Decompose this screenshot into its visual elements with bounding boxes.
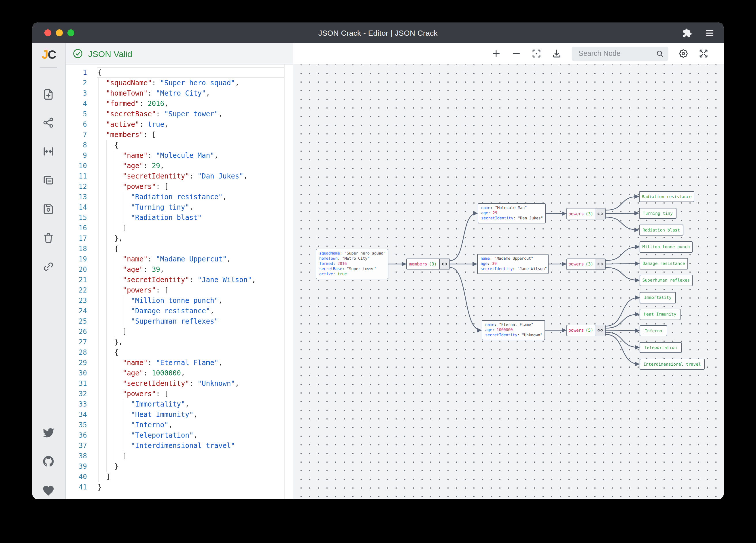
twitter-icon[interactable] [42, 426, 55, 439]
code-line[interactable]: "name": "Madame Uppercut", [66, 254, 285, 264]
github-icon[interactable] [42, 455, 55, 468]
code-line[interactable]: { [66, 347, 285, 357]
extension-icon[interactable] [682, 28, 692, 38]
expand-link-icon[interactable] [597, 327, 603, 333]
code-line[interactable]: { [66, 244, 285, 254]
code-line[interactable]: "powers": [ [66, 389, 285, 399]
delete-icon[interactable] [42, 232, 55, 244]
code-line[interactable]: "Inferno", [66, 420, 285, 430]
fullscreen-icon[interactable] [698, 48, 709, 59]
graph-node-l1b[interactable]: Turning tiny [639, 208, 676, 219]
code-line[interactable]: "age": 39, [66, 264, 285, 275]
expand-link-icon[interactable] [597, 211, 603, 217]
graph-node-l3d[interactable]: Teleportation [640, 342, 682, 353]
editor-scrollbar[interactable] [284, 65, 293, 499]
code-line[interactable]: "formed": 2016, [66, 99, 285, 109]
graph-node-p1[interactable]: powers(3) [566, 208, 606, 220]
code-line[interactable]: "name": "Molecule Man", [66, 150, 285, 161]
code-line[interactable]: }, [66, 233, 285, 244]
download-icon[interactable] [551, 48, 562, 59]
graph-node-p3[interactable]: powers(5) [566, 324, 606, 336]
graph-node-l3a[interactable]: Immortality [640, 292, 676, 303]
code-line[interactable]: "Heat Immunity", [66, 409, 285, 420]
code-line[interactable]: } [66, 461, 285, 472]
code-lines[interactable]: { "squadName": "Super hero squad", "home… [66, 67, 285, 492]
graph-node-l3c[interactable]: Inferno [640, 325, 667, 336]
menu-icon[interactable] [705, 28, 715, 38]
code-line[interactable]: "Million tonne punch", [66, 295, 285, 306]
code-line[interactable]: "secretIdentity": "Jane Wilson", [66, 275, 285, 285]
expand-link-icon[interactable] [441, 261, 448, 267]
zoom-in-icon[interactable] [491, 48, 501, 59]
search-input[interactable] [577, 49, 652, 58]
code-line[interactable]: ] [66, 451, 285, 461]
code-line[interactable]: ] [66, 472, 285, 482]
graph-node-l2a[interactable]: Million tonne punch [640, 241, 693, 253]
graph-node-m1[interactable]: name: "Molecule Man"age: 29secretIdentit… [478, 203, 546, 224]
graph-node-l1a[interactable]: Radiation resistance [639, 191, 694, 202]
code-line[interactable]: "name": "Eternal Flame", [66, 357, 285, 368]
code-line[interactable]: "secretIdentity": "Unknown", [66, 378, 285, 389]
graph-canvas[interactable]: squadName: "Super hero squad"homeTown: "… [293, 65, 724, 499]
node-link-toggle[interactable] [439, 259, 449, 269]
sponsor-heart-icon[interactable] [42, 484, 55, 497]
search-node-box[interactable] [572, 46, 668, 61]
graph-node-l3b[interactable]: Heat Immunity [640, 308, 681, 320]
json-editor[interactable]: 1234567891011121314151617181920212223242… [66, 65, 293, 499]
code-line[interactable]: } [66, 482, 285, 492]
graph-node-l2c[interactable]: Superhuman reflexes [640, 275, 693, 286]
code-line[interactable]: "active": true, [66, 119, 285, 130]
link-icon[interactable] [42, 260, 55, 273]
expand-link-icon[interactable] [597, 261, 603, 267]
code-line[interactable]: "Radiation resistance", [66, 192, 285, 202]
code-line[interactable]: "Immortality", [66, 399, 285, 409]
node-link-toggle[interactable] [595, 325, 605, 335]
zoom-out-icon[interactable] [511, 48, 521, 59]
code-line[interactable]: "powers": [ [66, 285, 285, 295]
graph-node-l2b[interactable]: Damage resistance [640, 258, 688, 269]
code-line[interactable]: ] [66, 326, 285, 337]
code-line[interactable]: "Teleportation", [66, 430, 285, 440]
graph-node-p2[interactable]: powers(3) [566, 258, 606, 270]
code-line[interactable]: "age": 1000000, [66, 368, 285, 378]
code-line[interactable]: "Radiation blast" [66, 213, 285, 223]
code-line[interactable]: "Turning tiny", [66, 202, 285, 213]
code-line[interactable]: "Interdimensional travel" [66, 440, 285, 451]
code-line[interactable]: "Damage resistance", [66, 306, 285, 316]
window-title: JSON Crack - Editor | JSON Crack [318, 29, 438, 37]
copy-icon[interactable] [42, 174, 55, 187]
new-document-icon[interactable] [42, 88, 55, 101]
minimize-button[interactable] [56, 29, 63, 36]
code-line[interactable]: { [66, 67, 285, 78]
code-line[interactable]: }, [66, 337, 285, 347]
code-line[interactable]: "Superhuman reflexes" [66, 316, 285, 326]
code-line[interactable]: "secretBase": "Super tower", [66, 109, 285, 119]
code-line[interactable]: "secretIdentity": "Dan Jukes", [66, 171, 285, 181]
zoom-button[interactable] [67, 29, 74, 36]
code-line[interactable]: "powers": [ [66, 181, 285, 192]
code-line[interactable]: "homeTown": "Metro City", [66, 88, 285, 99]
node-link-toggle[interactable] [595, 259, 605, 269]
code-line[interactable]: ] [66, 223, 285, 233]
code-line[interactable]: "age": 29, [66, 161, 285, 171]
graph-node-l1c[interactable]: Radiation blast [639, 224, 683, 236]
code-line[interactable]: "members": [ [66, 130, 285, 140]
close-button[interactable] [44, 29, 51, 36]
graph-node-m3[interactable]: name: "Eternal Flame"age: 1000000secretI… [482, 320, 545, 340]
graph-node-m2[interactable]: name: "Madame Uppercut"age: 39secretIden… [477, 254, 549, 274]
code-line[interactable]: "squadName": "Super hero squad", [66, 78, 285, 88]
graph-node-l3e[interactable]: Interdimensional travel [640, 358, 705, 370]
focus-icon[interactable] [531, 48, 542, 59]
node-link-toggle[interactable] [595, 209, 605, 219]
code-line[interactable]: { [66, 140, 285, 150]
graph-node-root[interactable]: squadName: "Super hero squad"homeTown: "… [316, 249, 388, 279]
search-icon[interactable] [656, 50, 664, 58]
graph-edge [606, 298, 639, 326]
graph-node-members[interactable]: members(3) [406, 259, 450, 270]
share-graph-icon[interactable] [42, 116, 55, 129]
indent-guide [115, 254, 115, 337]
compress-icon[interactable] [42, 145, 55, 158]
app-logo[interactable]: JC [32, 48, 65, 62]
settings-icon[interactable] [678, 48, 689, 59]
save-icon[interactable] [42, 203, 55, 215]
